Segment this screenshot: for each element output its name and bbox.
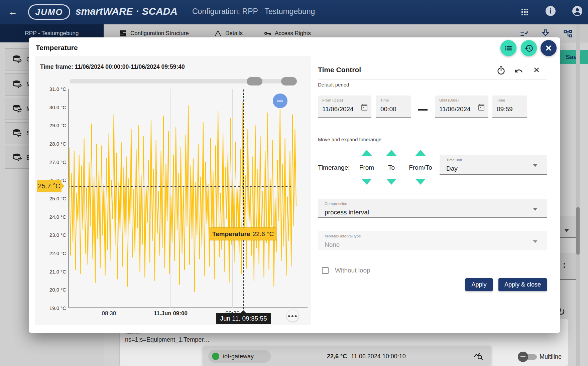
calendar-icon[interactable] (477, 104, 485, 112)
field-label: Time (380, 98, 389, 102)
chart-panel: Time frame: 11/06/2024 00:00:00-11/06/20… (35, 56, 311, 325)
timer-icon[interactable] (496, 66, 506, 75)
compression-select[interactable]: Compression process interval (318, 199, 547, 218)
divider (318, 194, 547, 194)
tab-label: Access Rights (275, 30, 311, 37)
select-value: Day (446, 165, 458, 172)
close-icon: ✕ (545, 43, 552, 53)
timerange-option-fromto: From/To (409, 164, 432, 171)
chevron-down-icon (564, 229, 569, 232)
calendar-icon[interactable] (360, 104, 368, 112)
y-tick-label: 19.0 °C (35, 305, 66, 311)
select-label: Min/Max interval type (325, 234, 361, 238)
page-title: Configuration: RPP - Testumgebung (192, 7, 315, 16)
jumo-logo-text: JUMO (35, 7, 63, 17)
timerange-option-from: From (359, 164, 374, 171)
until-date-field[interactable]: Until (Date) 11/06/2024 (435, 96, 488, 118)
timerange-from-up-button[interactable] (361, 150, 372, 156)
range-slider-handle-left[interactable] (247, 77, 262, 85)
time-unit-select[interactable]: Time unit Day (440, 155, 547, 175)
apply-button[interactable]: Apply (465, 278, 493, 291)
temperature-line-series (69, 89, 308, 308)
gateway-timestamp: 11.06.2024 10:00:10 (351, 353, 406, 360)
y-tick-label: 28.0 °C (35, 141, 66, 147)
account-icon[interactable] (571, 5, 583, 17)
history-button[interactable] (521, 40, 537, 56)
y-tick-label: 29.0 °C (35, 123, 66, 128)
y-tick-label: 24.0 °C (35, 214, 66, 220)
dropdown-arrow-icon (533, 208, 538, 211)
y-tick-label: 20.0 °C (35, 287, 66, 293)
multiline-toggle-knob[interactable] (518, 352, 528, 362)
back-icon[interactable]: ← (8, 7, 17, 17)
y-tick-label: 30.0 °C (35, 105, 66, 110)
from-date-field[interactable]: From (Date) 11/06/2024 (318, 96, 371, 118)
apply-button-label: Apply (471, 281, 486, 288)
database-sync-icon (12, 128, 22, 138)
timerange-fromto-down-button[interactable] (415, 179, 426, 185)
apps-grid-icon[interactable] (520, 7, 530, 17)
select-value: None (325, 241, 340, 248)
dialog-title: Temperature (36, 44, 78, 52)
minus-icon (277, 101, 283, 102)
zoom-out-button[interactable] (273, 94, 287, 108)
sidebar-title: RPP - Testumgebung (0, 30, 104, 37)
apply-close-button-label: Apply & close (504, 281, 541, 288)
chart-more-options-button[interactable]: ●●● (287, 310, 299, 322)
y-tick-label: 21.0 °C (35, 269, 66, 274)
tab-label: Details (225, 30, 243, 37)
field-label: Time (497, 98, 505, 102)
from-time-field[interactable]: Time 00:00 (376, 96, 411, 118)
y-tick-label: 25.0 °C (35, 196, 66, 201)
chart-tooltip: Temperature 22.6 °C (209, 227, 277, 240)
gateway-status-panel: iot-gateway 22,6 °C 11.06.2024 10:00:10 (203, 347, 491, 366)
y-tick-label: 27.0 °C (35, 159, 66, 165)
list-icon (504, 44, 513, 52)
page-scrollbar-thumb[interactable] (576, 207, 580, 255)
address-field-value[interactable]: ns=1;s=Equipment_1.Temperature (125, 336, 211, 343)
default-period-label: Default period (318, 82, 349, 87)
cursor-time-label: Jun 11. 09:35:55 (220, 315, 267, 322)
dashboard-icon (119, 29, 127, 37)
until-time-field[interactable]: Time 09:59 (492, 96, 527, 118)
close-time-control-icon[interactable]: ✕ (533, 65, 540, 75)
y-axis-marker-tag[interactable]: 25.7 °C (37, 180, 62, 192)
y-marker-value: 25.7 °C (38, 182, 61, 190)
account-tree-icon[interactable] (563, 29, 573, 39)
timerange-from-down-button[interactable] (361, 179, 372, 185)
range-slider-handle-right[interactable] (281, 77, 297, 85)
save-button[interactable]: Save (556, 50, 588, 64)
rule-checklist-icon[interactable] (519, 29, 529, 38)
time-frame-text: Time frame: 11/06/2024 00:00:00-11/06/20… (40, 63, 185, 70)
info-icon[interactable] (545, 5, 557, 17)
timerange-to-down-button[interactable] (386, 179, 397, 185)
apply-close-button[interactable]: Apply & close (498, 278, 547, 291)
minmax-interval-select[interactable]: Min/Max interval type None (318, 231, 547, 250)
without-loop-checkbox[interactable] (322, 267, 329, 274)
field-value: 00:00 (380, 106, 396, 113)
dropdown-arrow-icon (533, 240, 538, 243)
dots-decoration (564, 263, 565, 264)
select-label: Time unit (446, 158, 462, 162)
timerange-label: Timerange: (318, 164, 350, 171)
x-tick-label: 11.Jun 09:00 (154, 310, 188, 317)
database-sync-icon (12, 104, 22, 114)
cursor-time-tooltip: Jun 11. 09:35:55 (216, 313, 271, 324)
key-icon (263, 29, 271, 37)
page-scrollbar-track[interactable] (576, 24, 580, 366)
time-control-title: Time Control (318, 66, 361, 74)
gateway-pill[interactable]: iot-gateway (208, 350, 271, 363)
select-label: Compression (325, 202, 347, 206)
database-sync-icon (12, 153, 22, 163)
trend-search-icon[interactable] (473, 351, 483, 361)
close-dialog-button[interactable]: ✕ (541, 40, 557, 56)
download-icon[interactable] (541, 29, 550, 38)
field-label: Until (Date) (439, 98, 459, 102)
undo-icon[interactable] (514, 66, 523, 75)
history-icon (524, 44, 534, 53)
timerange-fromto-up-button[interactable] (415, 150, 426, 156)
field-value: 11/06/2024 (439, 106, 473, 113)
list-view-button[interactable] (500, 40, 516, 56)
period-dash (418, 109, 428, 111)
timerange-to-up-button[interactable] (386, 150, 397, 156)
